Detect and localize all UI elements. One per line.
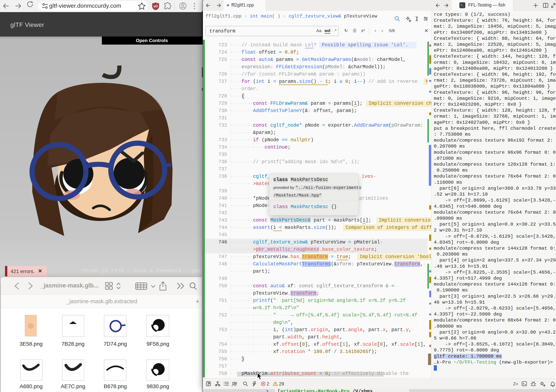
svg-text:2: 2: [267, 381, 269, 386]
svg-text:29: 29: [279, 381, 284, 386]
svg-text:Z»: Z»: [513, 381, 518, 386]
svg-text:uO: uO: [154, 5, 158, 8]
